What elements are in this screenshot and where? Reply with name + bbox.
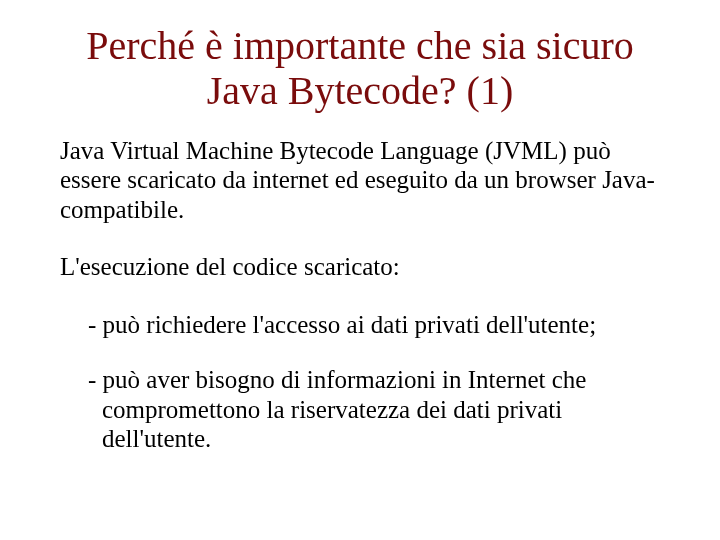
list-item: - può richiedere l'accesso ai dati priva… [88, 310, 660, 340]
slide-body: Java Virtual Machine Bytecode Language (… [60, 136, 660, 454]
slide: Perché è importante che sia sicuro Java … [0, 0, 720, 540]
list-item: - può aver bisogno di informazioni in In… [88, 365, 660, 454]
slide-title: Perché è importante che sia sicuro Java … [60, 24, 660, 114]
paragraph-intro: Java Virtual Machine Bytecode Language (… [60, 136, 660, 225]
paragraph-lead: L'esecuzione del codice scaricato: [60, 252, 660, 282]
bullet-list: - può richiedere l'accesso ai dati priva… [60, 310, 660, 454]
